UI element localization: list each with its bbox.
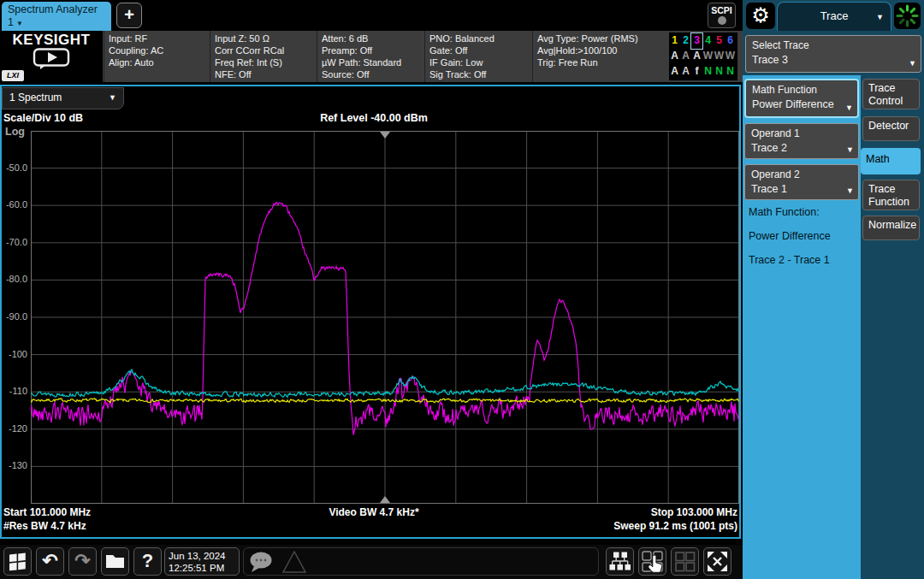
trace-menu-tab[interactable]: Trace ▼ — [777, 2, 891, 31]
y-tick-label: -80.0 — [0, 274, 27, 284]
ref-level-readout[interactable]: Ref Level -40.00 dBm — [246, 112, 502, 124]
operand2-value: Trace 1 — [745, 180, 858, 195]
trace-type-letter-3[interactable]: A — [691, 49, 702, 64]
fullscreen-button[interactable] — [703, 547, 732, 576]
settings-line: Avg|Hold:>100/100 — [537, 44, 667, 56]
settings-line: µW Path: Standard — [322, 56, 424, 68]
normalize-button[interactable]: Normalize — [862, 216, 920, 240]
hand-pointer-icon — [639, 548, 666, 575]
trace-status-table[interactable]: 123456AAAWWWAAfNNN — [669, 32, 737, 80]
settings-line: Coupling: AC — [109, 44, 210, 56]
file-button[interactable] — [101, 547, 129, 576]
view-selector-dropdown[interactable]: 1 Spectrum ▼ — [2, 87, 124, 109]
trace-number-2[interactable]: 2 — [680, 33, 691, 49]
scpi-status-button[interactable]: SCPI — [708, 3, 736, 28]
stop-frequency-readout[interactable]: Stop 103.000 MHz — [651, 506, 737, 518]
chevron-down-icon: ▼ — [846, 145, 854, 154]
settings-line: Atten: 6 dB — [322, 32, 424, 44]
scpi-status-led — [718, 16, 726, 25]
trace-number-6[interactable]: 6 — [725, 33, 736, 49]
trace-number-1[interactable]: 1 — [669, 33, 680, 49]
settings-column[interactable]: Atten: 6 dBPreamp: OffµW Path: StandardS… — [317, 31, 424, 82]
settings-column[interactable]: Input: RFCoupling: ACAlign: Auto — [104, 31, 210, 82]
grid-layout-button[interactable] — [671, 547, 699, 576]
spectrum-analyzer-app: Spectrum Analyzer 1▼ Swept SA + SCPI KEY… — [0, 0, 924, 579]
spectrum-plot[interactable] — [31, 131, 739, 504]
trace-function-button[interactable]: Trace Function — [862, 180, 920, 210]
trace-detector-letter-5[interactable]: N — [714, 64, 725, 80]
brand-block: KEYSIGHT LXI — [0, 31, 103, 82]
scale-per-div-readout[interactable]: Scale/Div 10 dB — [3, 112, 83, 124]
mode-tab-swept-sa[interactable]: Spectrum Analyzer 1▼ Swept SA — [2, 2, 111, 31]
window-layout-button[interactable] — [606, 547, 634, 576]
settings-line: NFE: Off — [215, 68, 317, 80]
settings-line: Avg Type: Power (RMS) — [537, 32, 667, 44]
trace-type-letter-2[interactable]: A — [680, 49, 691, 64]
redo-icon: ↷ — [74, 550, 90, 571]
operand2-dropdown[interactable]: Operand 2 Trace 1 ▼ — [744, 164, 859, 200]
settings-line: Input: RF — [109, 32, 210, 44]
top-tab-bar: Spectrum Analyzer 1▼ Swept SA + SCPI — [0, 0, 743, 31]
settings-line: PNO: Balanced — [429, 32, 532, 44]
spectrum-window: 1 Spectrum ▼ Scale/Div 10 dB Ref Level -… — [0, 82, 743, 545]
math-function-dropdown[interactable]: Math Function Power Difference ▼ — [744, 79, 859, 118]
trace-number-4[interactable]: 4 — [702, 33, 714, 49]
settings-line: Corr CCorr RCal — [215, 44, 317, 56]
select-trace-value: Trace 3 — [746, 51, 921, 66]
message-area[interactable] — [243, 547, 599, 576]
operand1-value: Trace 2 — [745, 139, 858, 154]
trace-type-letter-4[interactable]: W — [702, 49, 714, 64]
keysight-logo: KEYSIGHT — [0, 32, 103, 49]
settings-column[interactable]: PNO: BalancedGate: OffIF Gain: LowSig Tr… — [424, 31, 532, 82]
res-bw-readout[interactable]: #Res BW 4.7 kHz — [3, 520, 86, 532]
trace-detector-letter-6[interactable]: N — [725, 64, 736, 80]
undo-button[interactable]: ↶ — [36, 547, 64, 576]
operand2-label: Operand 2 — [745, 165, 858, 180]
start-frequency-readout[interactable]: Start 101.000 MHz — [3, 506, 91, 518]
y-tick-label: -70.0 — [0, 237, 27, 247]
operand1-label: Operand 1 — [745, 124, 858, 139]
video-bw-readout[interactable]: Video BW 4.7 kHz* — [246, 506, 502, 518]
y-tick-label: -60.0 — [0, 199, 27, 210]
detector-button[interactable]: Detector — [862, 116, 920, 141]
settings-line: Freq Ref: Int (S) — [215, 56, 317, 68]
settings-column[interactable]: Avg Type: Power (RMS)Avg|Hold:>100/100Tr… — [532, 31, 667, 82]
y-tick-label: -120 — [0, 423, 27, 434]
trace-control-button[interactable]: Trace Control — [862, 79, 920, 109]
block-diagram-icon — [607, 548, 633, 575]
math-button[interactable]: Math — [861, 148, 921, 174]
trace-detector-letter-4[interactable]: N — [702, 64, 714, 80]
trace-detector-letter-2[interactable]: A — [680, 64, 691, 80]
settings-gear-button[interactable]: ⚙ — [746, 3, 775, 29]
help-icon: ? — [142, 550, 153, 571]
operand1-dropdown[interactable]: Operand 1 Trace 2 ▼ — [744, 123, 859, 159]
settings-line: Align: Auto — [109, 56, 210, 68]
add-tab-button[interactable]: + — [116, 3, 142, 28]
date-text: Jun 13, 2024 — [169, 550, 239, 562]
redo-button[interactable]: ↷ — [68, 547, 97, 576]
touch-select-button[interactable] — [638, 547, 666, 576]
system-windows-button[interactable] — [3, 547, 32, 576]
math-function-value: Power Difference — [746, 96, 857, 110]
trace-number-5[interactable]: 5 — [714, 33, 725, 49]
y-tick-label: -110 — [0, 386, 27, 396]
y-tick-label: -90.0 — [0, 311, 27, 322]
sweep-time-readout[interactable]: Sweep 91.2 ms (1001 pts) — [613, 520, 737, 532]
trace-type-letter-6[interactable]: W — [725, 49, 736, 64]
trace-type-letter-1[interactable]: A — [669, 49, 680, 64]
trace-detector-letter-1[interactable]: A — [669, 64, 680, 80]
scpi-label: SCPI — [708, 5, 735, 15]
help-button[interactable]: ? — [133, 547, 162, 576]
chevron-down-icon: ▼ — [876, 3, 884, 31]
trace-detector-letter-3[interactable]: f — [691, 64, 702, 80]
math-function-label: Math Function — [746, 80, 857, 96]
settings-columns: Input: RFCoupling: ACAlign: AutoInput Z:… — [104, 31, 667, 82]
busy-indicator-button[interactable] — [894, 3, 921, 29]
windows-logo-icon — [4, 548, 31, 575]
settings-column[interactable]: Input Z: 50 ΩCorr CCorr RCalFreq Ref: In… — [210, 31, 317, 82]
speech-bubble-icon — [247, 550, 276, 574]
trace-type-letter-5[interactable]: W — [714, 49, 725, 64]
date-time-button[interactable]: Jun 13, 2024 12:25:51 PM — [164, 547, 240, 576]
select-trace-dropdown[interactable]: Select Trace Trace 3 ▼ — [745, 35, 921, 73]
trace-number-3[interactable]: 3 — [691, 33, 702, 49]
